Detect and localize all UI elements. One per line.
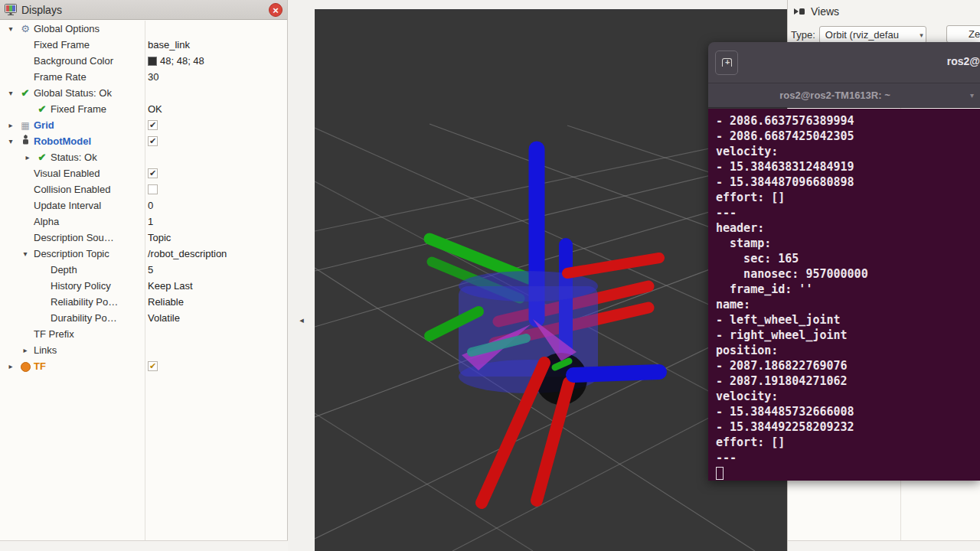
checkbox-checked[interactable]: ✔: [148, 136, 158, 146]
expander-icon[interactable]: ▸: [21, 153, 34, 161]
value-text: Reliable: [148, 296, 184, 308]
checkbox-unchecked[interactable]: [148, 184, 158, 194]
expander-icon[interactable]: ▾: [17, 249, 34, 258]
terminal-line: position:: [716, 343, 980, 358]
value-text: Volatile: [148, 312, 180, 324]
value-text: OK: [148, 103, 162, 115]
camera-icon: [794, 8, 805, 15]
tree-row[interactable]: Visual Enabled✔: [0, 165, 286, 181]
tree-row-value[interactable]: Keep Last: [148, 278, 193, 294]
chevron-down-icon: ▾: [920, 27, 923, 44]
tree-row[interactable]: Frame Rate30: [0, 69, 286, 85]
tree-row-value[interactable]: OK: [148, 101, 162, 117]
tree-row-value[interactable]: 48; 48; 48: [148, 53, 204, 69]
terminal-headerbar[interactable]: + ros2@: [708, 42, 980, 83]
terminal-line: - right_wheel_joint: [716, 328, 980, 343]
terminal-title: ros2@: [947, 55, 980, 67]
terminal-window[interactable]: + ros2@ ros2@ros2-TM1613R: ~ ▾ - 2086.66…: [708, 42, 980, 481]
expander-icon[interactable]: ▸: [5, 121, 17, 129]
terminal-tab[interactable]: ros2@ros2-TM1613R: ~: [708, 83, 962, 109]
tree-row-value[interactable]: [148, 181, 158, 197]
tf-icon: [17, 360, 34, 372]
tree-row[interactable]: Update Interval0: [0, 197, 286, 214]
tree-row[interactable]: Background Color48; 48; 48: [0, 53, 286, 69]
tree-row-value[interactable]: base_link: [148, 37, 190, 53]
terminal-line: frame_id: '': [716, 282, 980, 297]
collapse-arrow-icon[interactable]: ◂: [297, 312, 306, 328]
value-text: 1: [148, 216, 153, 227]
grid-icon: ▦: [17, 120, 34, 131]
tree-row-value[interactable]: /robot_description: [148, 246, 227, 262]
tree-row-value[interactable]: 1: [148, 214, 153, 230]
tree-row-label: Description Sou…: [34, 232, 114, 243]
new-tab-button[interactable]: +: [715, 51, 738, 75]
checkbox-checked[interactable]: ✔: [148, 361, 158, 371]
terminal-line: name:: [716, 297, 980, 312]
panel-splitter[interactable]: ◂: [289, 0, 315, 551]
tree-row[interactable]: ▸✔Status: Ok: [0, 149, 286, 165]
tree-row-value[interactable]: ✔: [148, 165, 158, 181]
tree-row[interactable]: ▸Links: [0, 342, 286, 358]
displays-titlebar[interactable]: Displays ×: [0, 0, 287, 20]
tree-row-value[interactable]: 30: [148, 69, 158, 85]
tree-row-label: Frame Rate: [34, 71, 87, 83]
robot-model: [430, 149, 659, 503]
value-text: /robot_description: [148, 248, 227, 259]
zero-button[interactable]: Ze: [946, 25, 980, 43]
terminal-lines: - 2086.6637576389994- 2086.6687425042305…: [716, 113, 980, 465]
tree-row-value[interactable]: ✔: [148, 117, 158, 133]
tree-row[interactable]: ▾✔Global Status: Ok: [0, 85, 286, 101]
value-text: 30: [148, 71, 158, 83]
expander-icon[interactable]: ▾: [5, 137, 17, 145]
view-type-select[interactable]: Orbit (rviz_defau ▾: [819, 26, 926, 44]
tree-row-label: History Policy: [51, 280, 111, 292]
displays-tree: ▾⚙Global OptionsFixed Framebase_linkBack…: [0, 21, 286, 540]
expander-icon[interactable]: ▾: [5, 89, 17, 97]
tree-row[interactable]: Collision Enabled: [0, 181, 286, 197]
tree-row-label: Global Options: [34, 23, 100, 34]
tree-row[interactable]: Depth5: [0, 262, 286, 278]
tree-row-label: RobotModel: [34, 135, 91, 147]
tree-row[interactable]: ▾RobotModel✔: [0, 133, 286, 149]
tree-row[interactable]: ✔Fixed FrameOK: [0, 101, 286, 117]
tree-row-value[interactable]: ✔: [148, 358, 158, 374]
checkbox-checked[interactable]: ✔: [148, 120, 158, 130]
tree-row-value[interactable]: 5: [148, 262, 153, 278]
tree-row[interactable]: Durability Po…Volatile: [0, 310, 286, 326]
tree-row-value[interactable]: Volatile: [148, 310, 180, 326]
tree-row-label: Status: Ok: [51, 152, 97, 163]
close-icon[interactable]: ×: [269, 3, 283, 17]
terminal-output[interactable]: - 2086.6637576389994- 2086.6687425042305…: [708, 109, 980, 481]
tree-row[interactable]: Reliability Po…Reliable: [0, 294, 286, 310]
tree-row-label: Alpha: [34, 216, 59, 227]
status-ok-icon: ✔: [17, 87, 34, 99]
tree-row[interactable]: Fixed Framebase_link: [0, 37, 286, 53]
chevron-down-icon[interactable]: ▾: [970, 83, 974, 108]
tree-row[interactable]: ▾⚙Global Options: [0, 21, 286, 37]
tree-row-label: Collision Enabled: [34, 184, 110, 195]
tree-row[interactable]: ▸▦Grid✔: [0, 117, 286, 133]
tree-row[interactable]: ▸TF✔: [0, 358, 286, 374]
tree-row-value[interactable]: 0: [148, 197, 153, 214]
tree-row[interactable]: TF Prefix: [0, 326, 286, 342]
expander-icon[interactable]: ▸: [5, 362, 17, 370]
terminal-tabbar: ros2@ros2-TM1613R: ~ ▾: [708, 83, 980, 108]
tree-row-value[interactable]: Reliable: [148, 294, 184, 310]
terminal-line: nanosec: 957000000: [716, 266, 980, 282]
tree-row[interactable]: ▾Description Topic/robot_description: [0, 246, 286, 262]
tree-row[interactable]: History PolicyKeep Last: [0, 278, 286, 294]
tree-row[interactable]: Description Sou…Topic: [0, 230, 286, 246]
tree-row-value[interactable]: Topic: [148, 230, 171, 246]
terminal-line: - 2087.191804271062: [716, 373, 980, 389]
displays-panel-title: Displays: [21, 4, 62, 16]
checkbox-checked[interactable]: ✔: [148, 168, 158, 178]
expander-icon[interactable]: ▾: [5, 24, 17, 33]
tree-row-label: TF: [34, 360, 46, 372]
tree-row-label: TF Prefix: [34, 328, 74, 340]
tree-row[interactable]: Alpha1: [0, 214, 286, 230]
terminal-line: ---: [716, 450, 980, 465]
views-panel-header[interactable]: Views: [788, 0, 980, 23]
expander-icon[interactable]: ▸: [17, 346, 34, 354]
displays-panel: Displays × ▾⚙Global OptionsFixed Frameba…: [0, 0, 288, 551]
tree-row-value[interactable]: ✔: [148, 133, 158, 149]
